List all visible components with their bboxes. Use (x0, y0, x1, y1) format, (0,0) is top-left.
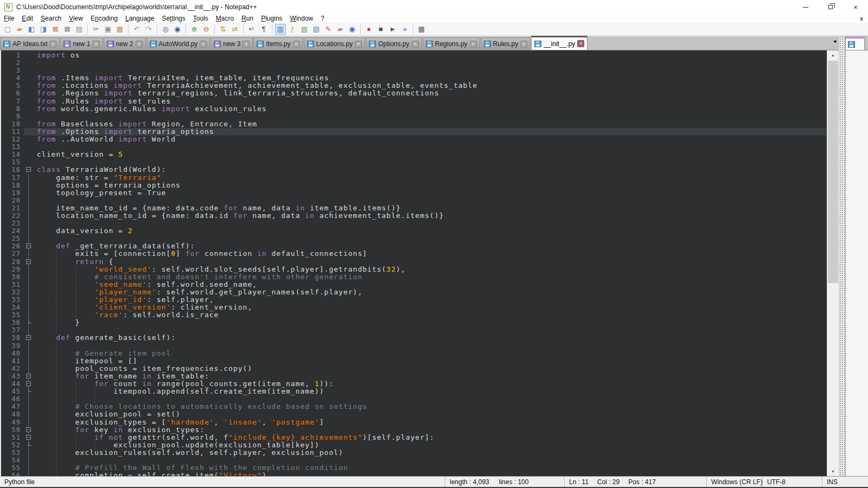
code-line[interactable]: 41 itempool = [] (1, 357, 827, 365)
copy-icon[interactable]: ▣ (103, 24, 113, 35)
fold-box-icon[interactable] (26, 435, 31, 440)
tab-close-icon[interactable]: × (93, 41, 100, 48)
code-line[interactable]: 15 (1, 158, 827, 166)
code-line[interactable]: 24 data_version = 2 (1, 227, 827, 235)
menu-macro[interactable]: Macro (212, 14, 238, 23)
find-icon[interactable]: ◎ (160, 24, 171, 35)
code-line[interactable]: 21 item_name_to_id = {name: data.code fo… (1, 204, 827, 212)
close-button[interactable]: × (843, 0, 868, 14)
code-line[interactable]: 40 # Generate item pool (1, 350, 827, 357)
code-line[interactable]: 31 'seed_name': self.world.seed_name, (1, 281, 827, 288)
tab-close-icon[interactable]: × (242, 41, 250, 48)
code-line[interactable]: 49 exclusion_types = ['hardmode', 'insan… (1, 419, 827, 426)
scroll-down-icon[interactable]: ▼ (827, 467, 839, 476)
code-line[interactable]: 12from ..AutoWorld import World (1, 136, 827, 143)
code-line[interactable]: 27 exits = [connection[0] for connection… (1, 250, 827, 258)
document-map-icon[interactable]: ▧ (299, 24, 310, 35)
fold-box-icon[interactable] (26, 335, 31, 340)
tab-ap-ideas-txt[interactable]: AP Ideas.txt× (0, 37, 60, 50)
menubar-close-icon[interactable]: x (855, 15, 868, 22)
code-line[interactable]: 47 # Choose locations to automatically e… (1, 403, 827, 410)
menu-edit[interactable]: Edit (18, 14, 37, 23)
menu-search[interactable]: Search (37, 14, 65, 23)
code-line[interactable]: 36 } (1, 319, 827, 326)
monitor-eye-icon[interactable]: ◉ (347, 24, 358, 35)
open-file-icon[interactable]: ▰ (14, 24, 25, 35)
code-line[interactable]: 56 completion = self.create_item("Victor… (1, 472, 827, 476)
edit-pencil-icon[interactable]: ✎ (323, 24, 334, 35)
title-bar[interactable]: C:\Users\Dood\Documents\tmp\Archipelago\… (0, 0, 868, 14)
right-panel-body[interactable] (845, 50, 868, 476)
code-line[interactable]: 54 (1, 457, 827, 464)
replace-icon[interactable]: ◉ (172, 24, 183, 35)
code-line[interactable]: 50 for key in exclusion_types: (1, 426, 827, 434)
restore-button[interactable] (818, 0, 843, 14)
code-line[interactable]: 32 'player_name': self.world.get_player_… (1, 288, 827, 296)
code-line[interactable]: 25 (1, 235, 827, 242)
folder-workspace-icon[interactable]: ▰ (335, 24, 346, 35)
code-line[interactable]: 35 'race': self.world.is_race (1, 311, 827, 319)
menu-[interactable]: ? (317, 14, 328, 23)
undo-icon[interactable]: ↶ (131, 24, 142, 35)
new-file-icon[interactable]: ▢ (2, 24, 13, 35)
code-line[interactable]: 28 return { (1, 258, 827, 266)
code-line[interactable]: 42 pool_counts = item_frequencies.copy() (1, 365, 827, 373)
panel-splitter[interactable] (839, 36, 845, 476)
tab-close-icon[interactable]: × (577, 40, 584, 47)
code-line[interactable]: 9 (1, 113, 827, 120)
tab-rules-py[interactable]: Rules.py× (481, 37, 531, 50)
menu-file[interactable]: File (0, 14, 18, 23)
tab-scroll-left-icon[interactable]: ◄ (832, 38, 837, 44)
word-wrap-icon[interactable]: ↵ (246, 24, 257, 35)
code-line[interactable]: 4from .Items import TerrariaItem, item_t… (1, 74, 827, 82)
code-editor[interactable]: 1import os234from .Items import Terraria… (0, 50, 827, 476)
code-line[interactable]: 45 itempool.append(self.create_item(item… (1, 388, 827, 395)
tab-autoworld-py[interactable]: AutoWorld.py× (146, 37, 210, 50)
fold-box-icon[interactable] (26, 259, 31, 264)
fold-box-icon[interactable] (26, 374, 31, 378)
macro-play-icon[interactable]: ► (387, 24, 398, 35)
code-line[interactable]: 3 (1, 67, 827, 74)
zoom-in-icon[interactable]: ⊕ (189, 24, 200, 35)
status-eol-format[interactable]: Windows (CR LF) (706, 477, 762, 487)
minimize-button[interactable] (793, 0, 818, 14)
right-panel-tab[interactable] (845, 37, 865, 50)
show-indent-guide-icon[interactable]: ▥ (275, 24, 286, 35)
code-line[interactable]: 11from .Options import terraria_options (1, 128, 827, 136)
code-line[interactable]: 1import os (1, 52, 827, 59)
close-all-icon[interactable]: ⊠ (62, 24, 73, 35)
code-line[interactable]: 18 options = terraria_options (1, 182, 827, 189)
save-file-icon[interactable]: ◧ (26, 24, 37, 35)
code-line[interactable]: 26 def _get_terraria_data(self): (1, 242, 827, 250)
code-line[interactable]: 33 'player_id': self.player, (1, 296, 827, 304)
tab-new-1[interactable]: new 1× (60, 37, 103, 50)
tab-close-icon[interactable]: × (136, 41, 143, 48)
doc-switcher-icon[interactable]: ▦ (416, 24, 427, 35)
status-insert-mode[interactable]: INS (822, 477, 868, 487)
code-line[interactable]: 14client_version = 5 (1, 151, 827, 158)
tab-close-icon[interactable]: × (470, 41, 477, 48)
menu-encoding[interactable]: Encoding (87, 14, 122, 23)
tab-close-icon[interactable]: × (200, 41, 207, 48)
tab-locations-py[interactable]: Locations.py× (304, 37, 365, 50)
code-line[interactable]: 55 # Prefill the Wall of Flesh with the … (1, 464, 827, 472)
sync-vertical-scroll-icon[interactable]: ⇅ (218, 24, 228, 35)
zoom-out-icon[interactable]: ⊖ (201, 24, 212, 35)
menu-view[interactable]: View (65, 14, 87, 23)
sync-horizontal-scroll-icon[interactable]: ⇄ (229, 24, 240, 35)
code-line[interactable]: 37 (1, 326, 827, 334)
function-list-icon[interactable]: ƒ (287, 24, 298, 35)
code-line[interactable]: 38 def generate_basic(self): (1, 334, 827, 342)
code-line[interactable]: 16class TerrariaWorld(World): (1, 166, 827, 174)
macro-stop-icon[interactable]: ■ (375, 24, 386, 35)
fold-box-icon[interactable] (26, 243, 31, 248)
code-line[interactable]: 53 exclusion_rules(self.world, self.play… (1, 449, 827, 457)
tab-items-py[interactable]: Items.py× (253, 37, 303, 50)
status-encoding[interactable]: UTF-8 (762, 477, 822, 487)
tab-close-icon[interactable]: × (520, 41, 527, 48)
redo-icon[interactable]: ↷ (143, 24, 154, 35)
tab-close-icon[interactable]: × (412, 41, 419, 48)
code-line[interactable]: 22 location_name_to_id = {name: data.id … (1, 212, 827, 220)
tab-close-icon[interactable]: × (355, 41, 362, 48)
document-list-icon[interactable]: ▤ (311, 24, 322, 35)
